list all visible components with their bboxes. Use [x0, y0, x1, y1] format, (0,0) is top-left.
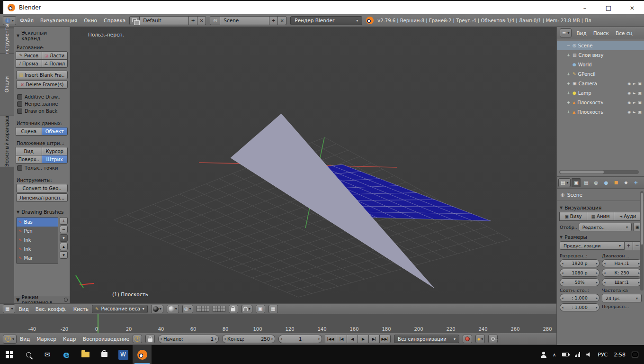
- menu-item[interactable]: Поиск: [593, 30, 609, 36]
- expander-icon[interactable]: +: [566, 100, 571, 105]
- language-indicator[interactable]: РУС: [598, 352, 608, 358]
- start-button[interactable]: [0, 345, 19, 364]
- properties-tab[interactable]: [611, 178, 620, 187]
- people-icon[interactable]: [541, 352, 546, 358]
- render-presets-dropdown[interactable]: Предус..изации▾: [560, 241, 625, 250]
- close-button[interactable]: ×: [620, 1, 644, 14]
- delete-frames-button[interactable]: Delete Frame(s): [16, 80, 68, 89]
- menu-item[interactable]: Справка: [104, 18, 125, 23]
- outliner-row[interactable]: + Плоскость: [557, 98, 644, 107]
- checkbox-row[interactable]: Непре..вание: [17, 101, 67, 107]
- delete-scene-button[interactable]: ×: [278, 16, 286, 25]
- tool-button[interactable]: Линейка/трансп...: [16, 193, 68, 202]
- panel-header-dimensions[interactable]: ▼ Размеры: [560, 232, 642, 241]
- properties-tab[interactable]: [572, 178, 581, 187]
- data-source-option[interactable]: Сцена: [16, 127, 42, 136]
- preview-range-toggle[interactable]: [133, 335, 142, 343]
- expander-icon[interactable]: +: [566, 109, 571, 114]
- layers-widget[interactable]: [197, 306, 209, 312]
- expander-icon[interactable]: +: [566, 53, 571, 57]
- playback-button[interactable]: ◀: [347, 335, 358, 343]
- outliner-row[interactable]: + Плоскость: [557, 107, 644, 117]
- properties-tab[interactable]: [631, 178, 640, 187]
- visibility-toggles[interactable]: [627, 110, 644, 114]
- move-brush-up-button[interactable]: ▴: [60, 243, 68, 250]
- tray-expand-icon[interactable]: ∧: [553, 352, 556, 357]
- insert-keyframe-button[interactable]: [488, 335, 498, 343]
- taskbar-edge-button[interactable]: e: [57, 345, 76, 364]
- outliner-row[interactable]: + GPencil: [557, 69, 644, 79]
- lock-camera-button[interactable]: [229, 305, 238, 313]
- insert-blank-frame-button[interactable]: Insert Blank Fra..: [16, 71, 68, 79]
- taskbar-blender-button[interactable]: [133, 345, 152, 364]
- panel-header-render[interactable]: ▼ Визуализация: [560, 203, 642, 212]
- frame-end-field[interactable]: Конец: 250: [222, 335, 275, 343]
- draw-tool-button[interactable]: Пряма: [16, 59, 42, 68]
- properties-tab[interactable]: [621, 178, 630, 187]
- menu-item[interactable]: Вид: [576, 30, 586, 36]
- endpoints-checkbox-row[interactable]: Тольк.. точки: [17, 165, 67, 171]
- menu-item[interactable]: Маркер: [36, 336, 56, 342]
- render-engine-dropdown[interactable]: Рендер Blender ▾: [290, 16, 362, 25]
- menu-item[interactable]: Файл: [20, 18, 34, 23]
- visibility-toggles[interactable]: [627, 100, 644, 105]
- av-sync-dropdown[interactable]: Без синхронизации ▾: [394, 335, 459, 343]
- aspect-x-field[interactable]: : 1.000: [560, 294, 599, 302]
- brush-list-item[interactable]: Ink: [17, 236, 58, 245]
- add-preset-button[interactable]: +: [625, 241, 633, 250]
- outliner-row[interactable]: + Слои визу: [557, 50, 644, 60]
- resolution-field[interactable]: 50%: [560, 278, 599, 286]
- mode-dropdown[interactable]: Рисование веса ▾: [92, 305, 148, 313]
- auto-keyframe-toggle[interactable]: [463, 335, 472, 343]
- render-button[interactable]: Ауди: [614, 212, 642, 221]
- opengl-render-anim-button[interactable]: ▦: [268, 305, 278, 313]
- checkbox[interactable]: [17, 109, 22, 114]
- view3d-editor-type-button[interactable]: ▦▾: [3, 304, 15, 313]
- placement-option[interactable]: Штрих: [42, 155, 68, 164]
- taskbar-word-button[interactable]: W: [114, 345, 133, 364]
- brush-list-item[interactable]: Ink: [17, 245, 58, 254]
- keying-set-dropdown[interactable]: ◆▾: [475, 335, 485, 343]
- properties-tab[interactable]: [641, 178, 644, 187]
- menu-item[interactable]: Вид: [20, 336, 30, 342]
- checkbox-row[interactable]: Draw on Back: [17, 109, 67, 114]
- resolution-field[interactable]: 1080 p: [560, 269, 599, 277]
- menu-item[interactable]: Окно: [84, 18, 97, 23]
- pivot-dropdown[interactable]: ◎▾: [182, 305, 193, 313]
- placement-option[interactable]: Вид: [16, 147, 42, 155]
- frame-range-field[interactable]: К: 250: [602, 269, 642, 277]
- tool-button[interactable]: Convert to Geo..: [16, 184, 68, 192]
- panel-header-drawing-brushes[interactable]: ▼ Drawing Brushes: [16, 208, 68, 216]
- brush-dropdown[interactable]: ▾: [151, 305, 163, 313]
- toolshelf-tab[interactable]: Эскизный карандаш: [0, 116, 14, 167]
- aspect-y-field[interactable]: : 1.000: [560, 303, 599, 311]
- outliner-horizontal-scrollbar[interactable]: [559, 170, 639, 174]
- menu-item[interactable]: Визуализация: [40, 18, 77, 23]
- properties-tab[interactable]: [591, 178, 600, 187]
- draw-tool-button[interactable]: Рисов: [16, 51, 42, 60]
- checkbox[interactable]: [17, 165, 22, 171]
- brush-list-item[interactable]: Mar: [17, 254, 58, 263]
- properties-editor-type-button[interactable]: ▤▾: [558, 178, 571, 187]
- timeline-editor-type-button[interactable]: ▾: [3, 335, 17, 344]
- display-mode-dropdown[interactable]: Редакто..▾: [579, 223, 632, 231]
- render-button[interactable]: Визу: [559, 212, 587, 221]
- resolution-field[interactable]: 1920 p: [560, 259, 599, 267]
- checkbox[interactable]: [17, 94, 22, 100]
- playback-button[interactable]: |◀◀: [325, 335, 336, 343]
- lock-time-toggle[interactable]: [145, 335, 155, 343]
- falloff-dropdown[interactable]: ▾: [167, 305, 179, 313]
- expander-icon[interactable]: +: [566, 91, 571, 95]
- timeline-ruler[interactable]: -40-200204060801001201401601802002202402…: [0, 314, 556, 333]
- action-center-icon[interactable]: [632, 352, 638, 357]
- add-layout-button[interactable]: +: [189, 16, 197, 25]
- draw-tool-button[interactable]: Ласти: [42, 51, 68, 60]
- menu-item[interactable]: Воспроизведение: [83, 336, 129, 342]
- visibility-toggles[interactable]: [627, 82, 644, 86]
- framerate-dropdown[interactable]: 24 fps▾: [602, 294, 642, 302]
- minimize-button[interactable]: –: [573, 1, 597, 14]
- properties-scrollbar[interactable]: [640, 191, 644, 291]
- taskbar-mail-button[interactable]: ✉: [38, 345, 57, 364]
- render-button[interactable]: Аним: [587, 212, 615, 221]
- current-frame-field[interactable]: 1: [278, 335, 322, 343]
